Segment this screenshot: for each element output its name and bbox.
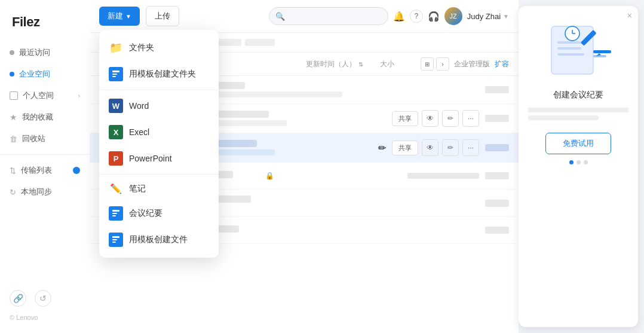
sidebar-item-label: 我的收藏	[22, 112, 53, 123]
dropdown-item-note[interactable]: ✏️ 笔记	[99, 177, 219, 200]
dot-3	[584, 160, 588, 164]
sidebar-item-transfer[interactable]: ⇅ 传输列表	[0, 160, 90, 181]
dropdown-item-label: PowerPoint	[129, 154, 172, 163]
share-button[interactable]: 共享	[392, 111, 418, 126]
panel-illustration	[542, 20, 614, 80]
file-size-bar	[485, 86, 509, 93]
upload-label: 上传	[155, 11, 170, 20]
upload-button[interactable]: 上传	[146, 6, 179, 26]
edit-icon-inline[interactable]: ✏	[378, 142, 386, 154]
dropdown-item-label: Word	[129, 101, 149, 111]
edit-button[interactable]: ✏	[442, 139, 459, 156]
bell-icon[interactable]: 🔔	[393, 11, 405, 22]
sort-button[interactable]: 更新时间（人） ⇅	[306, 59, 363, 69]
help-icon[interactable]: ?	[410, 10, 423, 23]
headphone-icon[interactable]: 🎧	[428, 11, 440, 22]
dropdown-item-label: 用模板创建文件	[129, 234, 188, 245]
svg-rect-2	[112, 76, 116, 77]
dropdown-item-template-folder[interactable]: 用模板创建文件夹	[99, 61, 219, 87]
sidebar-nav: 最近访问 企业空间 个人空间 › ★ 我的收藏 🗑 回收站 ⇅	[0, 42, 90, 283]
view-toggle: ⊞ ›	[421, 57, 449, 71]
dropdown-item-meeting[interactable]: 会议纪要	[99, 200, 219, 227]
sidebar-item-favorites[interactable]: ★ 我的收藏	[0, 106, 90, 128]
template-folder-icon	[109, 67, 123, 81]
dropdown-item-folder[interactable]: 📁 文件夹	[99, 35, 219, 61]
svg-rect-1	[112, 74, 117, 75]
sidebar-item-label: 企业空间	[19, 69, 50, 80]
lock-icon: 🔒	[265, 172, 274, 180]
panel-desc-bar-2	[528, 115, 599, 120]
file-actions: 共享 👁 ✏ ···	[392, 110, 479, 127]
file-desc-bar	[407, 173, 479, 179]
toolbar: 新建 ▼ 上传 🔍 🔔 ? 🎧 JZ Judy Zhai ▼	[90, 0, 519, 33]
dropdown-divider	[99, 90, 219, 90]
svg-rect-15	[557, 53, 584, 56]
dropdown-divider-2	[99, 174, 219, 175]
search-bar[interactable]: 🔍	[269, 7, 388, 25]
panel-dots	[569, 160, 588, 164]
preview-button[interactable]: 👁	[422, 139, 438, 156]
breadcrumb-item[interactable]	[245, 39, 275, 46]
new-button[interactable]: 新建 ▼	[99, 7, 140, 26]
sidebar-item-recent[interactable]: 最近访问	[0, 42, 90, 63]
refresh-icon[interactable]: ↺	[35, 290, 51, 307]
svg-rect-14	[557, 47, 581, 50]
search-icon: 🔍	[275, 12, 285, 21]
app-logo: Filez	[0, 10, 90, 42]
trial-button[interactable]: 免费试用	[545, 133, 611, 154]
sort-label: 更新时间（人）	[306, 59, 356, 69]
main-content: 新建 ▼ 上传 🔍 🔔 ? 🎧 JZ Judy Zhai ▼	[90, 0, 519, 333]
svg-rect-8	[112, 242, 116, 243]
svg-rect-22	[593, 55, 606, 57]
enterprise-badge: 企业管理版 扩容	[454, 59, 509, 69]
dot-1	[569, 160, 574, 164]
sidebar-item-personal[interactable]: 个人空间 ›	[0, 85, 90, 106]
excel-icon: X	[109, 125, 123, 139]
dropdown-item-word[interactable]: W Word	[99, 93, 219, 119]
new-label: 新建	[108, 11, 123, 22]
lenovo-credit: © Lenovo	[0, 309, 90, 323]
user-chevron-icon: ▼	[503, 13, 509, 20]
expand-button[interactable]: 扩容	[495, 59, 509, 69]
sidebar-divider	[0, 154, 90, 155]
preview-button[interactable]: 👁	[422, 110, 438, 127]
list-view-button[interactable]: ›	[436, 57, 449, 71]
svg-rect-0	[112, 71, 119, 72]
note-icon: ✏️	[109, 183, 123, 194]
link-icon[interactable]: 🔗	[10, 290, 26, 307]
avatar[interactable]: JZ	[444, 7, 462, 25]
file-size-bar	[485, 144, 509, 151]
edit-button[interactable]: ✏	[442, 110, 459, 127]
dropdown-item-ppt[interactable]: P PowerPoint	[99, 145, 219, 172]
panel-title: 创建会议纪要	[553, 90, 603, 100]
panel-close-button[interactable]: ×	[627, 11, 632, 20]
size-header: 大小	[380, 59, 416, 69]
sidebar: Filez 最近访问 企业空间 个人空间 › ★ 我的收藏 🗑 回收站	[0, 0, 90, 333]
more-button[interactable]: ···	[462, 139, 479, 156]
folder-icon: 📁	[109, 41, 123, 55]
word-icon: W	[109, 99, 123, 113]
dot-2	[576, 160, 581, 164]
svg-rect-3	[112, 210, 119, 212]
sync-icon: ↻	[10, 188, 16, 197]
sidebar-item-label: 本地同步	[21, 187, 52, 197]
user-name[interactable]: Judy Zhai ▼	[467, 12, 509, 21]
sidebar-item-sync[interactable]: ↻ 本地同步	[0, 181, 90, 203]
file-size-bar	[485, 115, 509, 122]
sidebar-item-enterprise[interactable]: 企业空间	[0, 63, 90, 85]
sidebar-item-trash[interactable]: 🗑 回收站	[0, 128, 90, 149]
more-button[interactable]: ···	[462, 110, 479, 127]
grid-view-button[interactable]: ⊞	[421, 57, 434, 71]
transfer-badge	[73, 167, 80, 174]
file-size-bar	[485, 172, 509, 179]
svg-rect-5	[112, 215, 116, 216]
panel-desc	[528, 108, 628, 123]
dropdown-item-label: 会议纪要	[129, 208, 162, 219]
svg-rect-7	[112, 239, 117, 240]
dropdown-item-label: 文件夹	[129, 42, 154, 53]
share-button[interactable]: 共享	[392, 140, 418, 155]
dropdown-item-template-file[interactable]: 用模板创建文件	[99, 227, 219, 253]
trash-icon: 🗑	[10, 135, 17, 143]
dropdown-item-excel[interactable]: X Execl	[99, 119, 219, 145]
enterprise-dot-icon	[10, 72, 14, 77]
